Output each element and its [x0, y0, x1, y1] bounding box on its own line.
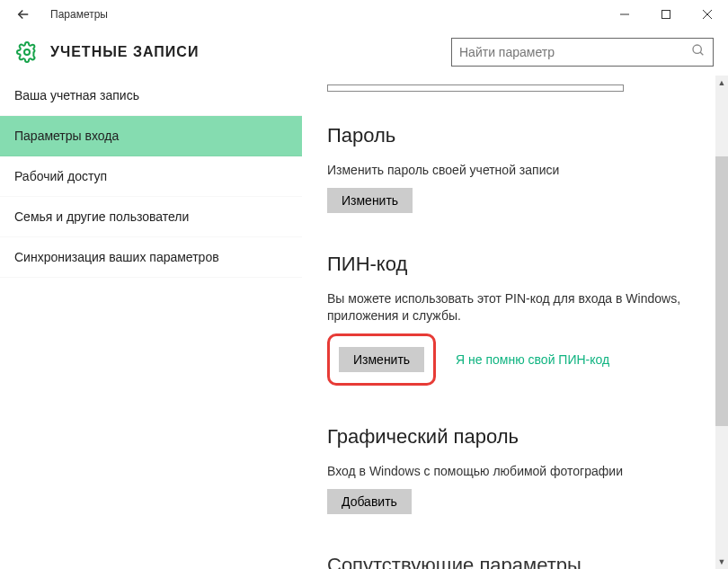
- pin-title: ПИН-код: [327, 253, 703, 276]
- header: УЧЕТНЫЕ ЗАПИСИ Найти параметр: [0, 29, 728, 76]
- svg-line-6: [700, 52, 703, 55]
- sidebar-item-signin-options[interactable]: Параметры входа: [0, 116, 302, 156]
- svg-rect-1: [662, 11, 670, 19]
- picture-title: Графический пароль: [327, 425, 703, 449]
- vertical-scrollbar[interactable]: ▲ ▼: [715, 76, 728, 569]
- partial-box-top: [327, 84, 624, 92]
- related-title-partial: Сопутствующие параметры: [327, 554, 703, 569]
- minimize-button[interactable]: [604, 0, 645, 29]
- pin-forgot-link[interactable]: Я не помню свой ПИН-код: [456, 352, 609, 367]
- sidebar-item-work-access[interactable]: Рабочий доступ: [0, 156, 302, 197]
- svg-point-5: [693, 45, 701, 53]
- annotation-highlight: Изменить: [327, 333, 436, 386]
- page-heading: УЧЕТНЫЕ ЗАПИСИ: [50, 44, 199, 60]
- sidebar-item-family[interactable]: Семья и другие пользователи: [0, 197, 302, 237]
- sidebar-item-label: Ваша учетная запись: [14, 88, 139, 102]
- close-button[interactable]: [687, 0, 728, 29]
- scrollbar-up-arrow[interactable]: ▲: [715, 76, 728, 90]
- maximize-button[interactable]: [645, 0, 687, 29]
- sidebar-item-label: Рабочий доступ: [14, 169, 107, 183]
- gear-icon: [14, 40, 40, 65]
- pin-change-button[interactable]: Изменить: [339, 347, 424, 372]
- password-change-button[interactable]: Изменить: [327, 188, 413, 213]
- picture-desc: Вход в Windows с помощью любимой фотогра…: [327, 463, 703, 480]
- pin-section: ПИН-код Вы можете использовать этот PIN-…: [327, 253, 703, 386]
- sidebar-item-your-account[interactable]: Ваша учетная запись: [0, 76, 302, 116]
- content: Пароль Изменить пароль своей учетной зап…: [302, 76, 728, 569]
- password-section: Пароль Изменить пароль своей учетной зап…: [327, 124, 703, 213]
- sidebar: Ваша учетная запись Параметры входа Рабо…: [0, 76, 302, 569]
- scrollbar-thumb[interactable]: [715, 156, 728, 426]
- password-title: Пароль: [327, 124, 703, 147]
- picture-password-section: Графический пароль Вход в Windows с помо…: [327, 425, 703, 514]
- sidebar-item-label: Синхронизация ваших параметров: [14, 250, 219, 264]
- pin-desc: Вы можете использовать этот PIN-код для …: [327, 290, 703, 325]
- svg-point-4: [24, 49, 30, 55]
- sidebar-item-label: Семья и другие пользователи: [14, 209, 189, 224]
- titlebar: Параметры: [0, 0, 728, 29]
- search-input[interactable]: Найти параметр: [451, 38, 714, 67]
- picture-add-button[interactable]: Добавить: [327, 489, 412, 514]
- window-title: Параметры: [50, 8, 108, 21]
- sidebar-item-label: Параметры входа: [14, 129, 119, 143]
- search-placeholder: Найти параметр: [459, 45, 555, 59]
- scrollbar-down-arrow[interactable]: ▼: [715, 555, 728, 569]
- back-button[interactable]: [7, 0, 40, 29]
- sidebar-item-sync[interactable]: Синхронизация ваших параметров: [0, 237, 302, 278]
- search-icon: [691, 43, 706, 60]
- password-desc: Изменить пароль своей учетной записи: [327, 162, 703, 179]
